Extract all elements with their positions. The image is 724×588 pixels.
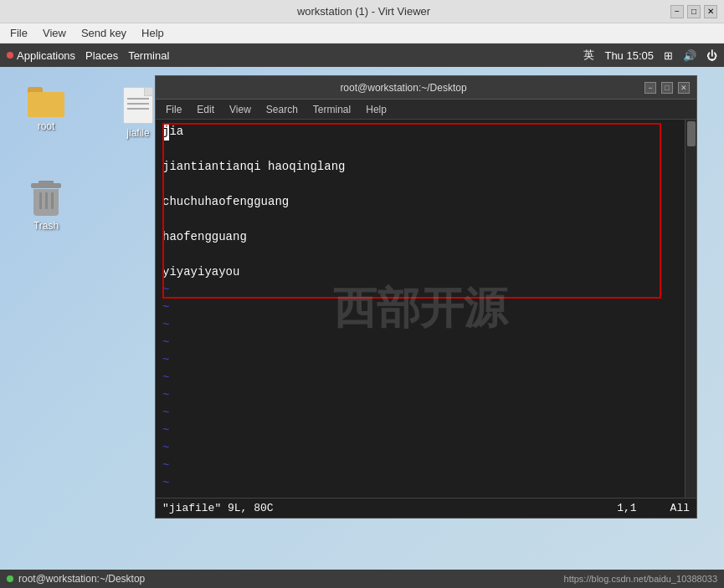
terminal-close-button[interactable]: ✕ bbox=[678, 82, 690, 94]
title-bar: workstation (1) - Virt Viewer − □ ✕ bbox=[0, 0, 724, 23]
terminal-minimize-button[interactable]: − bbox=[644, 82, 656, 94]
term-menu-edit[interactable]: Edit bbox=[190, 102, 221, 117]
clock: Thu 15:05 bbox=[604, 49, 654, 62]
vim-cursor: j bbox=[162, 123, 169, 141]
bottom-left: root@workstation:~/Desktop bbox=[7, 573, 145, 585]
vim-line: yiyayiyayou bbox=[162, 263, 678, 281]
top-panel: Applications Places Terminal 英 Thu 15:05… bbox=[0, 43, 724, 67]
main-menu-bar: File View Send key Help bbox=[0, 23, 724, 43]
vim-cursor-pos: 1,1 bbox=[617, 502, 636, 514]
vim-line bbox=[162, 246, 678, 263]
vim-tilde-line: ~ bbox=[162, 316, 678, 334]
term-menu-file[interactable]: File bbox=[159, 102, 188, 117]
vim-line: jia bbox=[162, 123, 678, 141]
desktop-icon-root[interactable]: root bbox=[17, 84, 75, 135]
vim-tilde-line: ~ bbox=[162, 439, 678, 457]
menu-help[interactable]: Help bbox=[135, 25, 171, 41]
minimize-button[interactable]: − bbox=[670, 5, 684, 18]
vim-tilde-line: ~ bbox=[162, 492, 678, 498]
maximize-button[interactable]: □ bbox=[687, 5, 701, 18]
desktop-icon-trash[interactable]: Trash bbox=[17, 180, 75, 235]
vim-tilde-line: ~ bbox=[162, 404, 678, 422]
scrollbar-thumb[interactable] bbox=[687, 121, 696, 146]
trash-icon bbox=[31, 183, 61, 217]
terminal-window: root@workstation:~/Desktop − □ ✕ File Ed… bbox=[155, 75, 697, 519]
applications-menu[interactable]: Applications bbox=[7, 49, 75, 62]
bottom-url-hint: https://blog.csdn.net/baidu_10388033 bbox=[564, 574, 717, 584]
vim-tilde-line: ~ bbox=[162, 281, 678, 299]
file-icon bbox=[123, 87, 153, 124]
menu-view[interactable]: View bbox=[36, 25, 73, 41]
panel-left: Applications Places Terminal bbox=[7, 49, 169, 62]
trash-icon-label: Trash bbox=[33, 220, 59, 232]
folder-icon bbox=[28, 87, 64, 117]
terminal-maximize-button[interactable]: □ bbox=[661, 82, 673, 94]
menu-sendkey[interactable]: Send key bbox=[74, 25, 133, 41]
term-menu-terminal[interactable]: Terminal bbox=[306, 102, 357, 117]
vim-line: haofengguang bbox=[162, 228, 678, 246]
status-dot-icon bbox=[7, 575, 13, 582]
terminal-titlebar: root@workstation:~/Desktop − □ ✕ bbox=[156, 76, 696, 100]
vim-line: chuchuhaofengguang bbox=[162, 193, 678, 211]
panel-right: 英 Thu 15:05 ⊞ 🔊 ⏻ bbox=[583, 48, 717, 63]
vim-line bbox=[162, 211, 678, 228]
vim-editor: jia jiantiantianqi haoqinglang chuchuhao… bbox=[162, 123, 678, 494]
places-label[interactable]: Places bbox=[85, 49, 118, 62]
vim-tilde-line: ~ bbox=[162, 474, 678, 492]
vim-tilde-line: ~ bbox=[162, 386, 678, 404]
vim-tilde-line: ~ bbox=[162, 422, 678, 439]
window-controls: − □ ✕ bbox=[670, 5, 717, 18]
bottom-bar: root@workstation:~/Desktop https://blog.… bbox=[0, 570, 724, 588]
applications-label: Applications bbox=[17, 49, 75, 62]
root-icon-label: root bbox=[38, 120, 55, 132]
sound-icon[interactable]: 🔊 bbox=[683, 49, 696, 62]
bottom-user-label: root@workstation:~/Desktop bbox=[18, 573, 145, 585]
term-menu-search[interactable]: Search bbox=[259, 102, 305, 117]
terminal-menubar: File Edit View Search Terminal Help bbox=[156, 100, 696, 120]
vim-line: jiantiantianqi haoqinglang bbox=[162, 158, 678, 176]
power-icon[interactable]: ⏻ bbox=[706, 49, 717, 62]
terminal-window-controls: − □ ✕ bbox=[644, 82, 690, 94]
terminal-title: root@workstation:~/Desktop bbox=[162, 82, 644, 94]
terminal-label[interactable]: Terminal bbox=[128, 49, 169, 62]
vim-tilde-line: ~ bbox=[162, 351, 678, 369]
window-title: workstation (1) - Virt Viewer bbox=[57, 5, 670, 18]
vim-statusbar: "jiafile" 9L, 80C 1,1 All bbox=[156, 498, 696, 518]
vim-tilde-line: ~ bbox=[162, 334, 678, 351]
apps-dot-icon bbox=[7, 52, 13, 59]
menu-file[interactable]: File bbox=[3, 25, 34, 41]
vim-status-right: 1,1 All bbox=[617, 502, 690, 514]
terminal-content: jia jiantiantianqi haoqinglang chuchuhao… bbox=[156, 120, 696, 498]
vim-line bbox=[162, 141, 678, 158]
language-indicator[interactable]: 英 bbox=[583, 48, 594, 63]
term-menu-help[interactable]: Help bbox=[359, 102, 393, 117]
vim-tilde-line: ~ bbox=[162, 369, 678, 386]
terminal-main[interactable]: jia jiantiantianqi haoqinglang chuchuhao… bbox=[156, 120, 685, 498]
desktop: root jiafile Trash bbox=[0, 67, 724, 588]
close-button[interactable]: ✕ bbox=[704, 5, 717, 18]
vim-line bbox=[162, 176, 678, 193]
vim-tilde-line: ~ bbox=[162, 457, 678, 474]
term-menu-view[interactable]: View bbox=[223, 102, 258, 117]
jiafile-icon-label: jiafile bbox=[126, 127, 149, 139]
vim-tilde-line: ~ bbox=[162, 299, 678, 316]
terminal-scrollbar[interactable] bbox=[685, 120, 696, 498]
vim-scroll-pct: All bbox=[670, 502, 690, 514]
vim-status-file: "jiafile" 9L, 80C bbox=[162, 502, 617, 514]
network-icon: ⊞ bbox=[664, 49, 673, 62]
